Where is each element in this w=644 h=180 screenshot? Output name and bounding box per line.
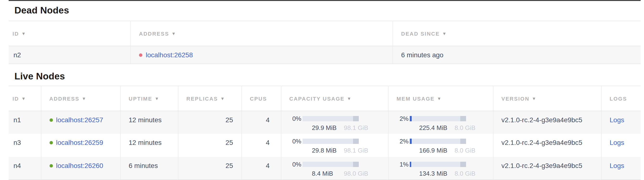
live-header-mem-usage[interactable]: MEM USAGE▼ xyxy=(388,86,493,111)
mem-usage-cell: 1% 134.3 MiB8.0 GiB xyxy=(388,157,493,180)
live-header-uptime[interactable]: UPTIME▼ xyxy=(120,86,178,111)
node-id-cell: n4 xyxy=(9,157,41,180)
mem-bar xyxy=(410,138,466,144)
live-header-address[interactable]: ADDRESS▼ xyxy=(41,86,120,111)
node-address-cell: localhost:26260 xyxy=(41,157,120,180)
capacity-usage-cell: 0% 8.4 MiB98.0 GiB xyxy=(281,157,388,180)
mem-usage-cell: 2% 225.4 MiB8.0 GiB xyxy=(388,111,493,134)
capacity-percent: 0% xyxy=(291,137,301,146)
replicas-cell: 25 xyxy=(178,111,242,134)
logs-cell: Logs xyxy=(601,157,640,180)
node-address-link[interactable]: localhost:26260 xyxy=(56,162,103,169)
dead-nodes-table: ID▼ ADDRESS▼ DEAD SINCE▼ n2 localhost:26… xyxy=(9,21,640,64)
live-status-icon xyxy=(49,141,53,145)
nodes-overview-page: Dead Nodes ID▼ ADDRESS▼ DEAD SINCE▼ n2 l… xyxy=(0,0,644,180)
version-cell: v2.1.0-rc.2-4-g3e9a4e9bc5 xyxy=(493,157,601,180)
node-address-link[interactable]: localhost:26258 xyxy=(146,51,193,59)
node-address-cell: localhost:26258 xyxy=(130,46,393,64)
logs-link[interactable]: Logs xyxy=(610,116,624,124)
capacity-bar-reserved xyxy=(353,138,358,144)
node-address-cell: localhost:26257 xyxy=(41,111,120,134)
mem-percent: 2% xyxy=(398,137,408,146)
capacity-total-label: 98.1 GiB xyxy=(344,147,368,154)
dead-header-address[interactable]: ADDRESS▼ xyxy=(130,21,393,46)
capacity-bar xyxy=(302,116,358,121)
live-status-icon xyxy=(49,119,53,122)
replicas-cell: 25 xyxy=(178,157,242,180)
mem-total-label: 8.0 GiB xyxy=(454,170,476,177)
uptime-cell: 12 minutes xyxy=(120,111,178,134)
live-node-row-n4: n4 localhost:26260 6 minutes 25 4 0% 8.4… xyxy=(9,157,640,180)
dead-status-icon xyxy=(139,54,142,57)
version-cell: v2.1.0-rc.2-4-g3e9a4e9bc5 xyxy=(493,111,601,134)
capacity-usage-cell: 0% 29.9 MiB98.1 GiB xyxy=(281,111,388,134)
cpus-cell: 4 xyxy=(242,134,281,157)
sort-desc-icon: ▼ xyxy=(437,96,442,101)
sort-desc-icon: ▼ xyxy=(22,96,26,101)
capacity-bar-reserved xyxy=(353,116,358,121)
uptime-cell: 12 minutes xyxy=(120,134,178,157)
capacity-used-label: 29.9 MiB xyxy=(312,124,337,132)
capacity-total-label: 98.0 GiB xyxy=(344,170,368,177)
node-id-cell: n1 xyxy=(9,111,41,134)
node-address-link[interactable]: localhost:26259 xyxy=(56,138,103,146)
sort-desc-icon: ▼ xyxy=(532,96,537,101)
cpus-cell: 4 xyxy=(242,157,281,180)
version-cell: v2.1.0-rc.2-4-g3e9a4e9bc5 xyxy=(493,134,601,157)
logs-cell: Logs xyxy=(601,134,640,157)
sort-desc-icon: ▼ xyxy=(82,96,86,101)
capacity-used-label: 8.4 MiB xyxy=(312,170,333,177)
live-header-logs: LOGS xyxy=(601,86,640,111)
content-container: Dead Nodes ID▼ ADDRESS▼ DEAD SINCE▼ n2 l… xyxy=(9,0,640,180)
sort-desc-icon: ▼ xyxy=(22,31,26,36)
mem-bar-used xyxy=(410,162,411,167)
capacity-total-label: 98.1 GiB xyxy=(344,124,368,132)
mem-total-label: 8.0 GiB xyxy=(454,147,476,154)
replicas-cell: 25 xyxy=(178,134,242,157)
mem-usage-cell: 2% 166.9 MiB8.0 GiB xyxy=(388,134,493,157)
live-node-row-n1: n1 localhost:26257 12 minutes 25 4 0% 29… xyxy=(9,111,640,134)
capacity-used-label: 29.8 MiB xyxy=(312,147,337,154)
live-header-id[interactable]: ID▼ xyxy=(9,86,41,111)
mem-total-label: 8.0 GiB xyxy=(454,124,476,132)
dead-nodes-header-row: ID▼ ADDRESS▼ DEAD SINCE▼ xyxy=(9,21,640,46)
sort-desc-icon: ▼ xyxy=(220,96,225,101)
live-header-capacity-usage[interactable]: CAPACITY USAGE▼ xyxy=(281,86,388,111)
node-id-cell: n3 xyxy=(9,134,41,157)
dead-header-dead-since[interactable]: DEAD SINCE▼ xyxy=(393,21,640,46)
live-header-replicas[interactable]: REPLICAS▼ xyxy=(178,86,242,111)
capacity-bar xyxy=(302,138,358,144)
node-address-link[interactable]: localhost:26257 xyxy=(56,116,103,124)
mem-bar-used xyxy=(410,138,412,144)
live-nodes-title: Live Nodes xyxy=(9,64,640,82)
mem-bar-used xyxy=(410,116,412,121)
live-nodes-table: ID▼ ADDRESS▼ UPTIME▼ REPLICAS▼ CPUS CAPA… xyxy=(9,86,640,180)
cpus-cell: 4 xyxy=(242,111,281,134)
dead-nodes-title: Dead Nodes xyxy=(9,1,640,16)
live-header-version[interactable]: VERSION▼ xyxy=(493,86,601,111)
mem-used-label: 166.9 MiB xyxy=(419,147,447,154)
mem-bar-reserved xyxy=(460,138,466,144)
live-header-cpus: CPUS xyxy=(242,86,281,111)
capacity-usage-cell: 0% 29.8 MiB98.1 GiB xyxy=(281,134,388,157)
dead-header-id[interactable]: ID▼ xyxy=(9,21,130,46)
logs-link[interactable]: Logs xyxy=(610,162,624,169)
mem-percent: 1% xyxy=(398,160,408,169)
node-id-cell: n2 xyxy=(9,46,130,64)
dead-since-cell: 6 minutes ago xyxy=(393,46,640,64)
mem-bar xyxy=(410,162,466,167)
sort-desc-icon: ▼ xyxy=(172,31,176,36)
capacity-percent: 0% xyxy=(291,114,301,123)
mem-used-label: 134.3 MiB xyxy=(419,170,447,177)
live-status-icon xyxy=(49,164,53,168)
dead-node-row-n2: n2 localhost:26258 6 minutes ago xyxy=(9,46,640,64)
logs-link[interactable]: Logs xyxy=(610,138,624,146)
capacity-bar-reserved xyxy=(353,162,358,167)
live-nodes-header-row: ID▼ ADDRESS▼ UPTIME▼ REPLICAS▼ CPUS CAPA… xyxy=(9,86,640,111)
node-address-cell: localhost:26259 xyxy=(41,134,120,157)
live-node-row-n3: n3 localhost:26259 12 minutes 25 4 0% 29… xyxy=(9,134,640,157)
sort-desc-icon: ▼ xyxy=(347,96,352,101)
sort-desc-icon: ▼ xyxy=(442,31,447,36)
uptime-cell: 6 minutes xyxy=(120,157,178,180)
mem-percent: 2% xyxy=(398,114,408,123)
